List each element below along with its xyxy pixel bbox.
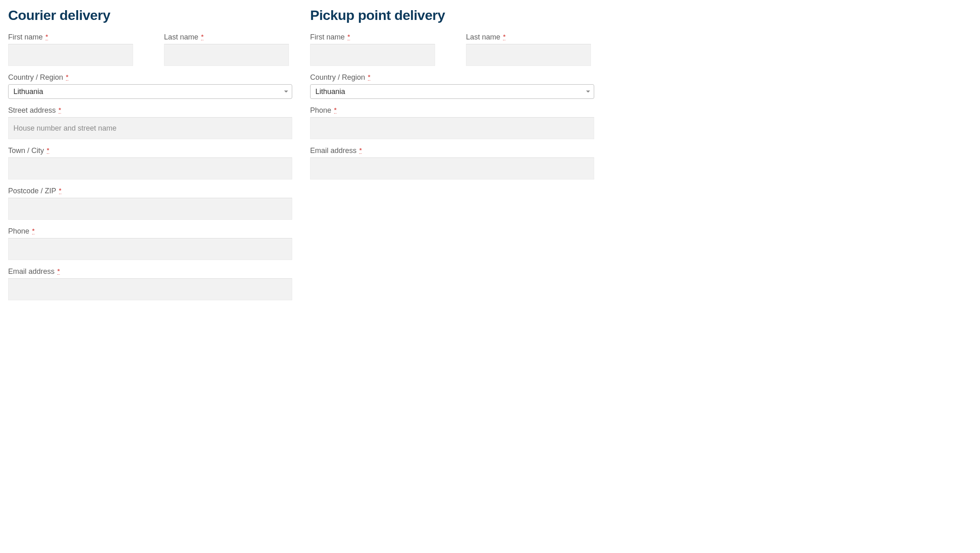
required-marker: *	[503, 33, 505, 40]
required-marker: *	[359, 146, 362, 154]
required-marker: *	[66, 73, 68, 81]
courier-country-select[interactable]: Lithuania	[8, 84, 292, 99]
pickup-first-name-label: First name *	[310, 33, 435, 42]
pickup-country-label: Country / Region *	[310, 73, 594, 82]
required-marker: *	[348, 33, 350, 40]
label-text: Postcode / ZIP	[8, 187, 56, 195]
courier-postcode-input[interactable]	[8, 198, 292, 220]
label-text: Country / Region	[310, 73, 365, 81]
pickup-country-selected: Lithuania	[315, 87, 345, 96]
required-marker: *	[59, 187, 61, 194]
courier-city-label: Town / City *	[8, 146, 292, 155]
required-marker: *	[201, 33, 203, 40]
courier-postcode-field: Postcode / ZIP *	[8, 187, 292, 220]
label-text: Country / Region	[8, 73, 63, 81]
required-marker: *	[46, 33, 48, 40]
pickup-email-input[interactable]	[310, 157, 594, 179]
courier-title: Courier delivery	[8, 7, 292, 23]
courier-country-field: Country / Region * Lithuania	[8, 73, 292, 99]
courier-street-label: Street address *	[8, 106, 292, 115]
courier-email-label: Email address *	[8, 267, 292, 276]
pickup-email-field: Email address *	[310, 146, 594, 179]
courier-city-field: Town / City *	[8, 146, 292, 179]
pickup-last-name-field: Last name *	[466, 33, 591, 66]
required-marker: *	[32, 227, 35, 234]
pickup-last-name-input[interactable]	[466, 44, 591, 66]
label-text: Phone	[8, 227, 29, 235]
pickup-last-name-label: Last name *	[466, 33, 591, 42]
label-text: Street address	[8, 106, 56, 114]
courier-last-name-input[interactable]	[164, 44, 289, 66]
label-text: First name	[8, 33, 43, 41]
label-text: Last name	[466, 33, 500, 41]
courier-country-selected: Lithuania	[13, 87, 43, 96]
pickup-country-field: Country / Region * Lithuania	[310, 73, 594, 99]
required-marker: *	[47, 146, 49, 154]
pickup-country-select-wrap: Lithuania	[310, 84, 594, 99]
courier-street-input[interactable]	[8, 117, 292, 139]
pickup-phone-label: Phone *	[310, 106, 594, 115]
label-text: Last name	[164, 33, 198, 41]
pickup-first-name-input[interactable]	[310, 44, 435, 66]
pickup-title: Pickup point delivery	[310, 7, 594, 23]
courier-country-select-wrap: Lithuania	[8, 84, 292, 99]
courier-first-name-input[interactable]	[8, 44, 133, 66]
courier-email-input[interactable]	[8, 278, 292, 300]
courier-first-name-label: First name *	[8, 33, 133, 42]
pickup-first-name-field: First name *	[310, 33, 435, 66]
courier-first-name-field: First name *	[8, 33, 133, 66]
label-text: Phone	[310, 106, 331, 114]
label-text: Town / City	[8, 146, 44, 155]
required-marker: *	[368, 73, 370, 81]
courier-street-field: Street address *	[8, 106, 292, 139]
courier-phone-input[interactable]	[8, 238, 292, 260]
courier-last-name-field: Last name *	[164, 33, 289, 66]
label-text: First name	[310, 33, 345, 41]
courier-email-field: Email address *	[8, 267, 292, 300]
required-marker: *	[334, 106, 337, 114]
courier-last-name-label: Last name *	[164, 33, 289, 42]
pickup-delivery-section: Pickup point delivery First name * Last …	[310, 0, 594, 300]
pickup-email-label: Email address *	[310, 146, 594, 155]
courier-postcode-label: Postcode / ZIP *	[8, 187, 292, 195]
courier-phone-field: Phone *	[8, 227, 292, 260]
courier-country-label: Country / Region *	[8, 73, 292, 82]
label-text: Email address	[8, 267, 55, 275]
courier-delivery-section: Courier delivery First name * Last name …	[8, 0, 292, 300]
label-text: Email address	[310, 146, 357, 155]
required-marker: *	[59, 106, 61, 114]
pickup-phone-field: Phone *	[310, 106, 594, 139]
required-marker: *	[57, 267, 60, 275]
pickup-phone-input[interactable]	[310, 117, 594, 139]
courier-phone-label: Phone *	[8, 227, 292, 236]
courier-city-input[interactable]	[8, 157, 292, 179]
pickup-country-select[interactable]: Lithuania	[310, 84, 594, 99]
